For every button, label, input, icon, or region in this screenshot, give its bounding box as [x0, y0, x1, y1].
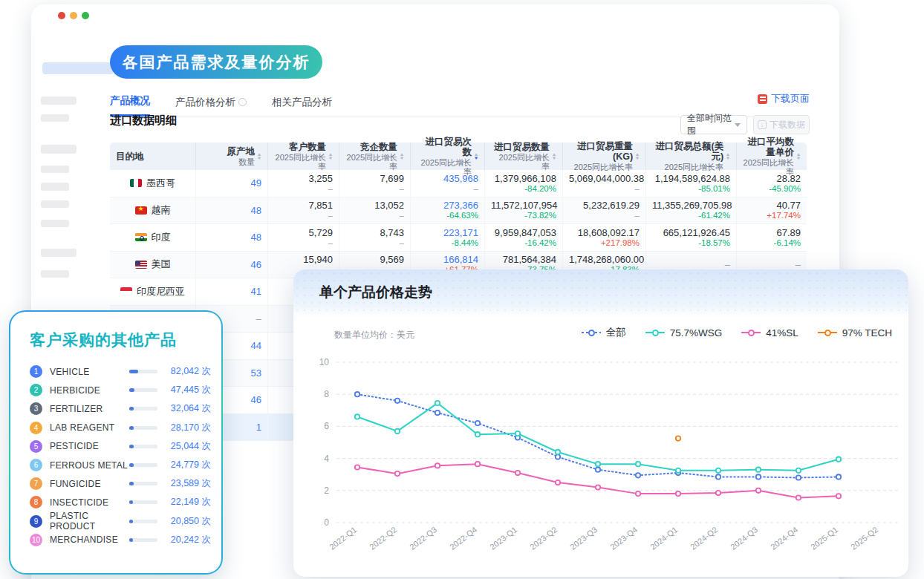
growth-value: –	[417, 184, 478, 194]
trade-count-link[interactable]: 435,968	[417, 173, 478, 184]
other-products-title: 客户采购的其他产品	[30, 330, 211, 350]
download-page-button[interactable]: 下载页面	[758, 92, 810, 105]
product-list-item[interactable]: 1VEHICLE82,042 次	[25, 362, 211, 381]
time-range-select[interactable]: 全部时间范围	[680, 115, 747, 134]
product-list-item[interactable]: 3FERTILIZER32,064 次	[25, 399, 211, 418]
chevron-down-icon	[735, 123, 741, 127]
mini-bar	[129, 482, 157, 485]
column-header-8[interactable]: 进口平均数量单价2025同比增长率▲▼	[736, 143, 807, 170]
cell-value: 3,255	[274, 173, 333, 184]
trade-count-link[interactable]: 166,814	[417, 254, 478, 265]
rank-badge: 1	[30, 365, 42, 378]
trade-count-link[interactable]: 273,366	[417, 200, 478, 211]
product-list-item[interactable]: 10MERCHANDISE20,242 次	[25, 531, 211, 549]
trade-count-link[interactable]: 223,171	[417, 227, 478, 238]
skeleton-bar	[41, 200, 69, 208]
rank-badge: 7	[30, 477, 42, 490]
product-list-item[interactable]: 6FERROUS METAL24,779 次	[25, 456, 211, 474]
sort-arrows-icon[interactable]: ▲▼	[257, 153, 261, 160]
destination-cell: 印度尼西亚	[110, 278, 195, 305]
skeleton-bar	[41, 145, 77, 154]
column-label: 进口贸易次数	[417, 137, 472, 157]
data-cell: 9,959,847,053-16.42%	[484, 224, 562, 251]
svg-text:2023-Q1: 2023-Q1	[488, 525, 518, 552]
cell-value: 9,569	[345, 254, 404, 265]
origin-count-link[interactable]: 49	[202, 177, 261, 189]
tab-1[interactable]: 产品价格分析	[175, 94, 247, 117]
origin-count-link[interactable]: 41	[202, 286, 261, 297]
column-header-2[interactable]: 客户数量2025同比增长率▲▼	[267, 143, 339, 170]
sort-arrows-icon[interactable]: ▲▼	[726, 153, 730, 160]
legend-line-icon	[818, 332, 837, 333]
legend-line-icon	[741, 332, 761, 333]
origin-count-link[interactable]: 48	[202, 232, 261, 243]
cell-value: 781,564,384	[491, 254, 556, 265]
product-list-item[interactable]: 2HERBICIDE47,445 次	[25, 381, 211, 399]
sort-arrows-icon[interactable]: ▲▼	[328, 153, 333, 160]
price-unit-caption: 数量单位均价：美元	[334, 329, 414, 341]
sort-arrows-icon[interactable]: ▲▼	[400, 153, 404, 160]
rank-badge: 2	[30, 384, 42, 396]
price-trend-chart: 02468102022-Q12022-Q22022-Q32022-Q42023-…	[293, 269, 908, 577]
data-cell: 11,572,107,954-73.82%	[484, 197, 562, 224]
legend-item[interactable]: 全部	[582, 326, 626, 339]
skeleton-bar	[41, 249, 77, 257]
window-control-dot[interactable]	[70, 12, 77, 19]
mini-bar	[129, 407, 157, 410]
column-header-6[interactable]: 进口贸易重量(KG)2025同比增长率▲▼	[562, 143, 645, 170]
data-cell: 435,968–	[410, 170, 484, 197]
flag-icon	[135, 206, 147, 215]
purchase-count: 47,445 次	[165, 384, 211, 396]
destination-cell: 印度	[110, 224, 195, 251]
data-cell: 8,743–	[339, 224, 410, 251]
skeleton-bar	[41, 114, 69, 122]
sort-arrows-icon[interactable]: ▲▼	[796, 153, 801, 160]
product-list-item[interactable]: 8INSECTICIDE22,149 次	[25, 493, 211, 511]
tab-2[interactable]: 相关产品分析	[272, 94, 332, 117]
window-control-dot[interactable]	[82, 12, 89, 19]
data-cell: 5,069,044,000.38–	[562, 170, 645, 197]
product-name: PESTICIDE	[50, 441, 129, 451]
data-cell: 7,699–	[339, 170, 410, 197]
mini-bar	[129, 463, 157, 467]
product-list-item[interactable]: 4LAB REAGENT28,170 次	[25, 419, 211, 437]
product-list-item[interactable]: 7FUNGICIDE23,589 次	[25, 474, 211, 493]
legend-item[interactable]: 75.7%WSG	[645, 327, 723, 338]
legend-label: 全部	[606, 326, 626, 339]
growth-value: –	[345, 238, 404, 248]
download-icon: ↓	[758, 120, 767, 129]
cell-value: 1,748,268,060.00	[569, 254, 640, 265]
svg-text:0: 0	[324, 517, 329, 528]
window-control-dot[interactable]	[58, 12, 65, 19]
growth-value: -64.63%	[417, 211, 478, 220]
data-cell: 3,255–	[267, 170, 339, 197]
mini-bar	[129, 370, 157, 373]
legend-item[interactable]: 41%SL	[741, 327, 798, 338]
column-header-1[interactable]: 原产地数量▲▼	[195, 143, 267, 170]
mini-bar	[129, 426, 157, 430]
destination-cell: 越南	[110, 197, 195, 224]
product-list-item[interactable]: 5PESTICIDE25,044 次	[25, 437, 211, 456]
column-header-3[interactable]: 竞企数量2025同比增长率▲▼	[339, 143, 410, 170]
product-list-item[interactable]: 9PLASTIC PRODUCT20,850 次	[25, 512, 211, 531]
origin-count-link[interactable]: 48	[202, 205, 261, 216]
data-cell: 40.77+17.74%	[736, 197, 807, 224]
download-data-button[interactable]: ↓ 下载数据	[753, 115, 810, 134]
circle-icon	[238, 98, 247, 106]
svg-text:2024-Q1: 2024-Q1	[648, 525, 679, 552]
origin-count-link[interactable]: 46	[202, 259, 261, 270]
cell-value: –	[743, 259, 801, 270]
sort-arrows-icon[interactable]: ▲▼	[635, 153, 640, 160]
mini-bar	[129, 445, 157, 448]
cell-value: 665,121,926.45	[652, 227, 730, 238]
sort-arrows-icon[interactable]: ▲▼	[552, 153, 556, 160]
growth-value: +217.98%	[569, 238, 640, 248]
column-header-7[interactable]: 进口贸易总额(美元)2025同比增长率▲▼	[645, 143, 736, 170]
cell-value: 11,355,269,705.98	[652, 200, 730, 211]
sort-arrows-icon[interactable]: ▲▼	[474, 153, 478, 160]
svg-text:2025-Q2: 2025-Q2	[849, 525, 879, 552]
purchase-count: 20,242 次	[165, 534, 211, 546]
column-header-5[interactable]: 进口贸易数量2025同比增长率▲▼	[484, 143, 562, 170]
legend-item[interactable]: 97% TECH	[818, 327, 892, 338]
column-header-4[interactable]: 进口贸易次数2025同比增长率▲▼	[410, 143, 484, 170]
